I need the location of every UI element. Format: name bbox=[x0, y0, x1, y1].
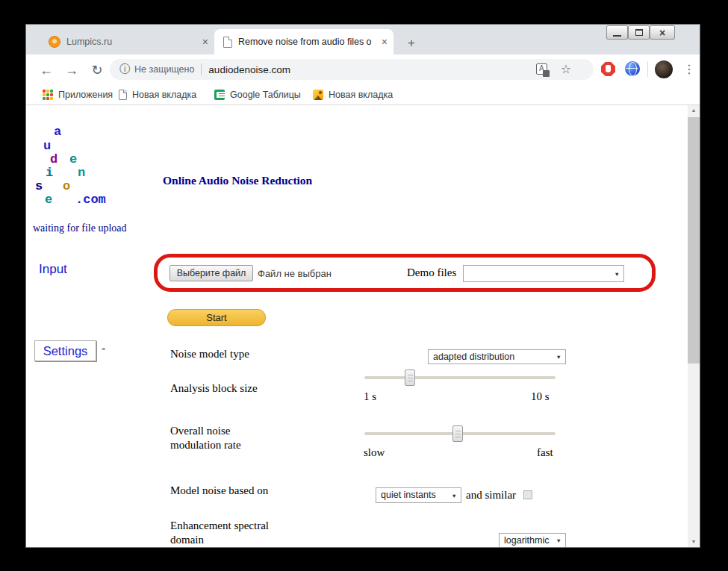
close-icon: × bbox=[659, 28, 665, 38]
slider-max-label: fast bbox=[537, 446, 553, 459]
and-similar-label: and similar bbox=[466, 488, 516, 502]
toolbar-separator bbox=[647, 61, 648, 77]
and-similar-checkbox[interactable] bbox=[523, 490, 532, 499]
back-button[interactable]: ← bbox=[37, 60, 56, 80]
model-noise-select[interactable]: quiet instants ▼ bbox=[376, 487, 461, 503]
forward-button[interactable]: → bbox=[62, 60, 81, 80]
address-bar[interactable]: ⓘ Не защищено audiodenoise.com ☆ bbox=[110, 59, 594, 80]
slider-grip-icon bbox=[408, 375, 413, 381]
translate-icon[interactable] bbox=[536, 63, 547, 75]
window-maximize-button[interactable] bbox=[628, 25, 650, 40]
page-favicon-icon bbox=[223, 37, 232, 48]
demo-files-label: Demo files bbox=[407, 266, 456, 279]
profile-avatar[interactable] bbox=[655, 60, 673, 78]
bookmark-google-sheets[interactable]: Google Таблицы bbox=[214, 84, 301, 105]
tab-title: Lumpics.ru bbox=[66, 37, 198, 47]
adblock-extension-icon[interactable] bbox=[601, 62, 615, 76]
browser-toolbar: ← → ↻ ⓘ Не защищено audiodenoise.com ☆ ⋮ bbox=[26, 54, 700, 84]
scrollbar-thumb[interactable] bbox=[688, 117, 700, 363]
site-info-icon[interactable]: ⓘ bbox=[119, 63, 130, 76]
modulation-rate-label: Overall noise modulation rate bbox=[170, 424, 282, 452]
logo-letter: e bbox=[69, 153, 77, 166]
logo-letter: a bbox=[54, 125, 61, 138]
spectral-domain-select[interactable]: logarithmic ▼ bbox=[499, 533, 566, 547]
security-label: Не защищено bbox=[134, 64, 194, 75]
chevron-down-icon: ▼ bbox=[615, 270, 620, 277]
upload-status-text: waiting for file upload bbox=[33, 222, 127, 234]
noise-model-select[interactable]: adapted distribution ▼ bbox=[428, 349, 566, 364]
input-section-label: Input bbox=[39, 262, 67, 277]
bookmark-label: Новая вкладка bbox=[132, 90, 196, 100]
slider-max-label: 10 s bbox=[531, 390, 550, 403]
settings-button[interactable]: Settings bbox=[34, 340, 96, 361]
lumpics-favicon-icon bbox=[49, 36, 60, 48]
apps-grid-icon bbox=[43, 90, 53, 100]
window-close-button[interactable]: × bbox=[650, 25, 675, 40]
bookmark-new-tab-2[interactable]: Новая вкладка bbox=[313, 84, 393, 105]
bookmark-new-tab-1[interactable]: Новая вкладка bbox=[119, 84, 196, 105]
chevron-down-icon: ▼ bbox=[556, 537, 561, 544]
url-text: audiodenoise.com bbox=[208, 64, 290, 75]
logo-letter: u bbox=[43, 140, 51, 152]
tab-title: Remove noise from audio files o bbox=[238, 37, 377, 47]
maximize-icon bbox=[635, 29, 643, 36]
settings-dash: - bbox=[102, 342, 105, 355]
slider-min-label: slow bbox=[364, 446, 385, 459]
block-size-slider-thumb[interactable] bbox=[405, 369, 415, 386]
sheets-icon bbox=[214, 90, 225, 100]
select-value: quiet instants bbox=[376, 488, 461, 500]
globe-extension-icon[interactable] bbox=[625, 61, 640, 76]
vertical-scrollbar[interactable]: ▲ ▼ bbox=[688, 105, 700, 547]
logo-letter: .com bbox=[75, 193, 106, 206]
bookmark-label: Google Таблицы bbox=[230, 90, 301, 100]
select-value bbox=[464, 266, 623, 267]
logo-letter: i bbox=[46, 166, 53, 179]
file-status-text: Файл не выбран bbox=[258, 268, 332, 279]
page-title: Online Audio Noise Reduction bbox=[163, 174, 312, 187]
chevron-down-icon: ▼ bbox=[452, 492, 457, 499]
image-icon bbox=[313, 90, 323, 100]
spectral-domain-label: Enhancement spectral domain bbox=[170, 519, 290, 547]
slider-min-label: 1 s bbox=[364, 390, 376, 403]
bookmarks-bar: Приложения Новая вкладка Google Таблицы … bbox=[26, 84, 700, 105]
tab-audiodenoise[interactable]: Remove noise from audio files o × bbox=[214, 29, 393, 54]
bookmark-label: Приложения bbox=[58, 90, 113, 100]
tab-lumpics[interactable]: Lumpics.ru × bbox=[41, 29, 214, 54]
new-tab-button[interactable]: + bbox=[402, 35, 420, 53]
modulation-slider-thumb[interactable] bbox=[452, 425, 463, 442]
scroll-up-icon[interactable]: ▲ bbox=[688, 105, 700, 116]
logo-letter: s bbox=[35, 180, 43, 193]
tab-close-icon[interactable]: × bbox=[198, 36, 214, 48]
minimize-icon bbox=[613, 35, 621, 37]
tab-strip: Lumpics.ru × Remove noise from audio fil… bbox=[26, 25, 700, 54]
logo-letter: d bbox=[50, 153, 57, 166]
tab-close-icon[interactable]: × bbox=[377, 36, 393, 48]
reload-button[interactable]: ↻ bbox=[87, 60, 107, 80]
slider-grip-icon bbox=[455, 431, 461, 437]
start-button[interactable]: Start bbox=[167, 309, 266, 326]
block-size-slider[interactable] bbox=[364, 376, 556, 379]
noise-model-type-label: Noise model type bbox=[170, 347, 249, 361]
chevron-down-icon: ▼ bbox=[556, 354, 561, 361]
omnibox-divider bbox=[201, 63, 202, 75]
demo-files-select[interactable]: ▼ bbox=[463, 265, 624, 282]
analysis-block-size-label: Analysis block size bbox=[170, 381, 258, 396]
logo-letter: e bbox=[45, 193, 52, 206]
logo-letter: n bbox=[78, 166, 85, 179]
page-icon bbox=[119, 90, 127, 100]
scroll-down-icon[interactable]: ▼ bbox=[688, 537, 700, 547]
bookmark-star-icon[interactable]: ☆ bbox=[561, 62, 571, 76]
page-content: a u d e i n s o e .com Online Audio Nois… bbox=[26, 105, 700, 547]
bookmark-label: Новая вкладка bbox=[329, 90, 393, 100]
browser-menu-button[interactable]: ⋮ bbox=[682, 60, 697, 78]
logo-letter: o bbox=[63, 180, 70, 193]
choose-file-button[interactable]: Выберите файл bbox=[169, 265, 253, 281]
select-value: adapted distribution bbox=[429, 350, 565, 362]
model-noise-label: Model noise based on bbox=[170, 484, 268, 498]
bookmark-apps[interactable]: Приложения bbox=[43, 84, 113, 105]
window-minimize-button[interactable] bbox=[606, 25, 628, 40]
browser-window: Lumpics.ru × Remove noise from audio fil… bbox=[25, 24, 700, 548]
